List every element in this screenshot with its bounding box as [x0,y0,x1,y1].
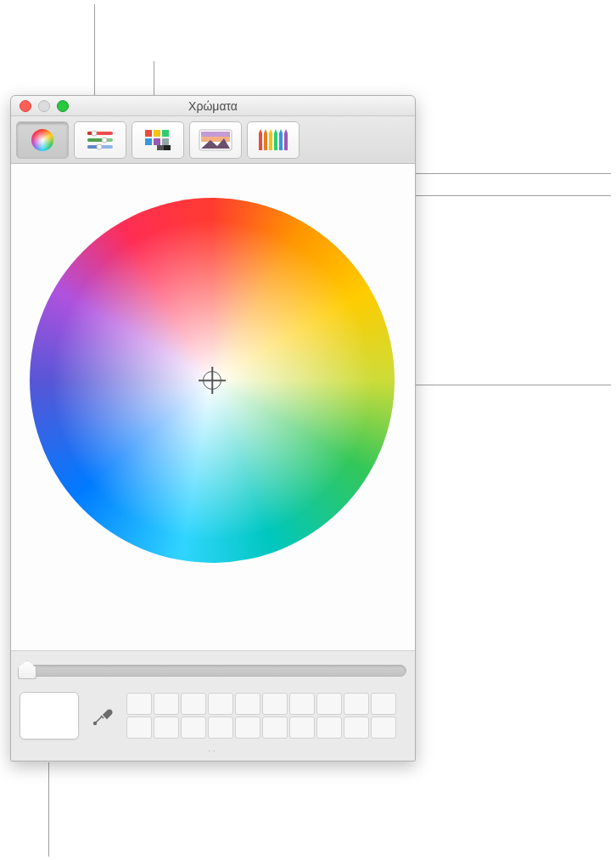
brightness-handle[interactable] [18,660,36,679]
svg-marker-25 [264,129,267,133]
color-wheel-icon [30,127,55,153]
svg-rect-12 [162,130,169,137]
color-wheel-area [11,164,415,650]
saved-swatch[interactable] [371,693,396,715]
window-title: Χρώματα [11,99,415,113]
saved-swatch[interactable] [289,717,315,739]
svg-rect-22 [259,133,262,150]
saved-swatch[interactable] [344,717,369,739]
pencils-tab[interactable] [247,121,300,159]
pencils-icon [257,128,289,152]
svg-rect-28 [274,133,277,150]
sliders-icon [86,130,115,150]
saved-swatch[interactable] [262,693,288,715]
svg-marker-23 [259,129,262,133]
saved-swatch[interactable] [262,717,288,739]
image-palettes-tab[interactable] [189,121,242,159]
saved-swatch[interactable] [316,693,342,715]
resize-grip[interactable]: ·· [20,746,406,756]
svg-point-34 [94,722,97,725]
window-zoom-button[interactable] [57,100,69,112]
saved-swatch[interactable] [181,717,206,739]
svg-marker-33 [284,129,288,133]
saved-swatch[interactable] [181,693,206,715]
svg-point-3 [92,131,97,136]
saved-swatch[interactable] [344,693,369,715]
saved-swatch[interactable] [235,717,260,739]
saved-swatch[interactable] [126,693,152,715]
saved-swatch[interactable] [154,717,179,739]
brightness-slider[interactable] [20,660,406,682]
svg-marker-29 [274,129,277,133]
saved-swatch[interactable] [208,693,233,715]
saved-swatch[interactable] [371,717,396,739]
palettes-icon [143,128,172,152]
svg-rect-17 [164,145,171,150]
svg-point-6 [102,138,107,143]
svg-rect-32 [284,133,288,150]
window-close-button[interactable] [20,100,31,112]
svg-rect-26 [269,133,272,150]
svg-point-9 [97,144,102,149]
eyedropper-icon [92,705,114,727]
current-color-swatch[interactable] [20,692,79,739]
svg-rect-30 [279,133,283,150]
svg-rect-10 [145,130,152,137]
svg-rect-24 [264,133,267,150]
window-minimize-button[interactable] [38,100,50,112]
svg-rect-15 [162,138,169,145]
saved-swatch[interactable] [316,717,342,739]
color-sliders-tab[interactable] [74,121,126,159]
svg-marker-31 [279,129,283,133]
svg-rect-20 [201,132,230,137]
saved-swatches-grid [126,693,396,739]
svg-rect-11 [154,130,160,137]
color-palettes-tab[interactable] [132,121,184,159]
color-wheel-tab[interactable] [16,121,69,159]
saved-swatch[interactable] [208,717,233,739]
brightness-rail [20,665,406,677]
eyedropper-button[interactable] [87,697,118,734]
saved-swatch[interactable] [126,717,152,739]
saved-swatch[interactable] [154,693,179,715]
color-wheel-cursor[interactable] [203,371,221,390]
traffic-lights [11,100,69,112]
image-icon [199,129,232,151]
colors-window: Χρώματα [10,95,416,762]
saved-swatch[interactable] [235,693,260,715]
saved-swatch[interactable] [289,693,315,715]
color-wheel[interactable] [30,198,395,563]
svg-rect-14 [154,138,160,145]
svg-rect-13 [145,138,152,145]
svg-marker-27 [269,129,272,133]
picker-mode-toolbar [11,116,415,164]
svg-rect-16 [157,145,164,150]
bottom-controls: ·· [11,650,415,761]
titlebar: Χρώματα [11,96,415,116]
